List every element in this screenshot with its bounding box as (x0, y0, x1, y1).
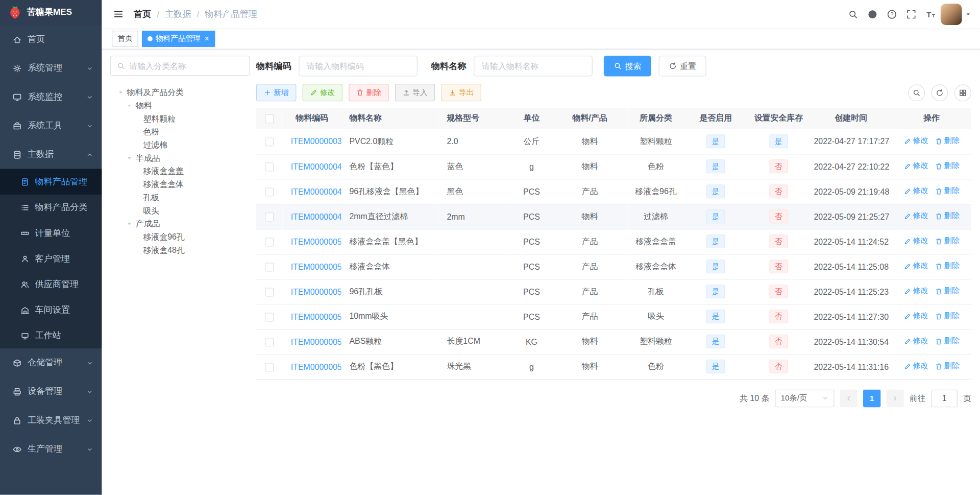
row-edit-link[interactable]: 修改 (903, 336, 928, 347)
sidebar-item-system-monitor[interactable]: 系统监控 (0, 83, 102, 111)
row-delete-link[interactable]: 删除 (935, 161, 960, 172)
table-row[interactable]: ITEM00000052移液盒盒体PCS产品移液盒盒体是否2022-05-14 … (256, 254, 971, 279)
sidebar-item-equipment-management[interactable]: 设备管理 (0, 377, 102, 406)
tree-node-5[interactable]: 半成品 (110, 151, 250, 164)
row-checkbox[interactable] (265, 313, 274, 321)
item-code-link[interactable]: ITEM00000049 (291, 211, 341, 221)
table-row[interactable]: ITEM00000037PVC2.0颗粒2.0公斤物料塑料颗粒是是2022-04… (256, 129, 971, 154)
search-icon[interactable] (848, 9, 859, 19)
row-edit-link[interactable]: 修改 (903, 136, 928, 147)
delete-button[interactable]: 删除 (349, 84, 388, 101)
sidebar-subitem-workshop-settings[interactable]: 车间设置 (0, 297, 102, 323)
help-icon[interactable]: ? (887, 9, 897, 19)
table-row[interactable]: ITEM000000492mm直径过滤棉2mmPCS物料过滤棉是否2022-05… (256, 204, 971, 229)
tree-node-11[interactable]: 移液盒96孔 (110, 230, 250, 244)
toggle-search-button[interactable] (908, 84, 925, 101)
caret-down-icon[interactable] (126, 221, 135, 227)
sidebar-item-home[interactable]: 首页 (0, 25, 102, 54)
tab-1[interactable]: 物料产品管理× (142, 30, 215, 46)
sidebar-subitem-material-product-management[interactable]: 物料产品管理 (0, 169, 102, 195)
table-row[interactable]: ITEM0000004696孔移液盒【黑色】黑色PCS产品移液盒96孔是否202… (256, 179, 971, 204)
table-row[interactable]: ITEM00000041色粉【蓝色】蓝色g物料色粉是否2022-04-27 22… (256, 154, 971, 179)
sidebar-subitem-material-product-category[interactable]: 物料产品分类 (0, 195, 102, 220)
row-edit-link[interactable]: 修改 (903, 286, 928, 297)
tree-node-3[interactable]: 色粉 (110, 125, 250, 138)
row-delete-link[interactable]: 删除 (935, 136, 960, 147)
row-checkbox[interactable] (265, 137, 274, 146)
table-row[interactable]: ITEM00000056色粉【黑色】珠光黑g物料色粉是否2022-05-14 1… (256, 354, 971, 379)
table-row[interactable]: ITEM0000005396孔孔板PCS产品孔板是否2022-05-14 11:… (256, 279, 971, 304)
item-code-link[interactable]: ITEM00000051 (291, 237, 341, 246)
table-row[interactable]: ITEM00000055ABS颗粒长度1CMKG物料塑料颗粒是否2022-05-… (256, 329, 971, 354)
tree-node-6[interactable]: 移液盒盒盖 (110, 164, 250, 178)
breadcrumb-item[interactable]: 主数据 (165, 9, 191, 20)
item-code-link[interactable]: ITEM00000037 (291, 136, 341, 146)
select-all-checkbox[interactable] (265, 114, 274, 123)
reset-button[interactable]: 重置 (659, 56, 706, 76)
sidebar-subitem-customer-management[interactable]: 客户管理 (0, 246, 102, 271)
row-delete-link[interactable]: 删除 (935, 236, 960, 247)
row-edit-link[interactable]: 修改 (903, 211, 928, 222)
refresh-table-button[interactable] (931, 84, 948, 101)
row-delete-link[interactable]: 删除 (935, 311, 960, 322)
font-size-icon[interactable]: TT (925, 9, 936, 19)
caret-down-icon[interactable] (126, 102, 135, 108)
tree-node-0[interactable]: 物料及产品分类 (110, 86, 250, 99)
row-delete-link[interactable]: 删除 (935, 261, 960, 272)
add-button[interactable]: 新增 (256, 84, 296, 101)
sidebar-item-fixture-management[interactable]: 工装夹具管理 (0, 406, 102, 435)
item-code-link[interactable]: ITEM00000052 (291, 262, 341, 271)
sidebar-subitem-supplier-management[interactable]: 供应商管理 (0, 271, 102, 297)
tree-node-12[interactable]: 移液盒48孔 (110, 243, 250, 256)
goto-page-input[interactable] (931, 389, 957, 407)
table-row[interactable]: ITEM00000051移液盒盒盖【黑色】PCS产品移液盒盒盖是否2022-05… (256, 229, 971, 254)
row-checkbox[interactable] (265, 162, 274, 171)
tree-node-2[interactable]: 塑料颗粒 (110, 112, 250, 125)
caret-down-icon[interactable] (117, 89, 127, 95)
row-edit-link[interactable]: 修改 (903, 236, 928, 247)
hamburger-icon[interactable] (111, 9, 127, 19)
row-checkbox[interactable] (265, 338, 274, 346)
tree-node-9[interactable]: 吸头 (110, 204, 250, 217)
tree-node-7[interactable]: 移液盒盒体 (110, 178, 250, 191)
caret-down-icon[interactable] (126, 155, 135, 161)
breadcrumb-item[interactable]: 首页 (134, 9, 151, 20)
row-checkbox[interactable] (265, 288, 274, 296)
row-delete-link[interactable]: 删除 (935, 361, 960, 372)
next-page-button[interactable] (886, 389, 903, 407)
row-delete-link[interactable]: 删除 (935, 336, 960, 347)
row-edit-link[interactable]: 修改 (903, 261, 928, 272)
breadcrumb-item[interactable]: 物料产品管理 (205, 9, 257, 20)
row-checkbox[interactable] (265, 238, 274, 246)
app-logo[interactable]: 苦糖果MES (0, 0, 102, 25)
sidebar-item-warehouse-management[interactable]: 仓储管理 (0, 348, 102, 377)
sidebar-item-master-data[interactable]: 主数据 (0, 140, 102, 169)
row-edit-link[interactable]: 修改 (903, 311, 928, 322)
sidebar-item-system-management[interactable]: 系统管理 (0, 54, 102, 82)
row-checkbox[interactable] (265, 263, 274, 271)
sidebar-subitem-workstation[interactable]: 工作站 (0, 323, 102, 348)
sidebar-item-production-management[interactable]: 生产管理 (0, 435, 102, 463)
row-edit-link[interactable]: 修改 (903, 186, 928, 197)
item-code-link[interactable]: ITEM00000056 (291, 362, 341, 371)
item-code-link[interactable]: ITEM00000055 (291, 337, 341, 346)
row-delete-link[interactable]: 删除 (935, 286, 960, 297)
columns-setting-button[interactable] (954, 84, 971, 101)
row-checkbox[interactable] (265, 363, 274, 371)
user-menu[interactable] (941, 4, 971, 25)
sidebar-subitem-measurement-unit[interactable]: 计量单位 (0, 220, 102, 246)
code-filter-input[interactable] (299, 56, 418, 76)
export-button[interactable]: 导出 (441, 84, 481, 101)
tree-node-4[interactable]: 过滤棉 (110, 138, 250, 152)
name-filter-input[interactable] (474, 56, 593, 76)
fullscreen-icon[interactable] (906, 9, 917, 19)
row-checkbox[interactable] (265, 213, 274, 221)
github-icon[interactable] (868, 9, 878, 19)
tree-node-8[interactable]: 孔板 (110, 191, 250, 204)
row-delete-link[interactable]: 删除 (935, 211, 960, 222)
search-button[interactable]: 搜索 (604, 56, 651, 76)
prev-page-button[interactable] (840, 389, 857, 407)
current-page-button[interactable]: 1 (863, 389, 880, 407)
sidebar-item-system-tools[interactable]: 系统工具 (0, 111, 102, 140)
tree-node-10[interactable]: 产成品 (110, 217, 250, 230)
